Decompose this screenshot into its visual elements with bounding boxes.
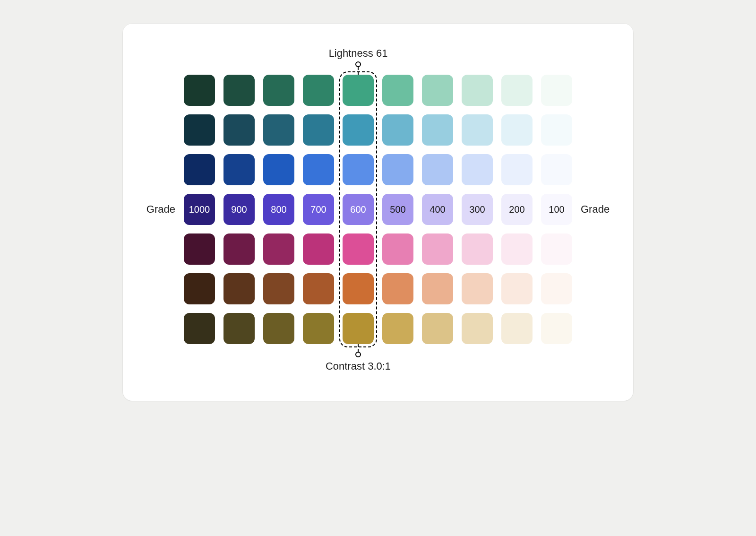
swatch-blue-100 (541, 154, 572, 185)
swatch-brown-orange-700 (303, 273, 334, 304)
contrast-label: Contrast 3.0:1 (326, 360, 391, 372)
swatch-magenta-1000 (184, 233, 215, 265)
swatch-green-200 (501, 75, 533, 106)
swatch-olive-yellow-200 (501, 313, 533, 344)
swatch-indigo-1000: 1000 (184, 194, 215, 225)
swatch-green-600 (343, 75, 374, 106)
palette-card: Lightness 61 Grade 100090080070060050040… (123, 24, 633, 401)
swatch-olive-yellow-700 (303, 313, 334, 344)
swatch-indigo-300: 300 (462, 194, 493, 225)
swatch-indigo-700: 700 (303, 194, 334, 225)
grade-label-left: Grade (146, 203, 175, 216)
swatch-magenta-900 (223, 233, 255, 265)
swatch-green-900 (223, 75, 255, 106)
swatch-magenta-600 (343, 233, 374, 265)
swatch-green-100 (541, 75, 572, 106)
annotation-dot (355, 352, 361, 357)
swatch-magenta-300 (462, 233, 493, 265)
swatch-blue-400 (422, 154, 453, 185)
swatch-teal-blue-1000 (184, 114, 215, 146)
swatch-blue-600 (343, 154, 374, 185)
swatch-green-1000 (184, 75, 215, 106)
annotation-stem (358, 344, 359, 352)
swatch-indigo-900: 900 (223, 194, 255, 225)
swatch-olive-yellow-600 (343, 313, 374, 344)
swatch-green-700 (303, 75, 334, 106)
swatch-indigo-600: 600 (343, 194, 374, 225)
swatch-olive-yellow-500 (382, 313, 413, 344)
swatch-olive-yellow-400 (422, 313, 453, 344)
swatch-teal-blue-400 (422, 114, 453, 146)
swatch-green-500 (382, 75, 413, 106)
swatch-magenta-100 (541, 233, 572, 265)
swatch-brown-orange-600 (343, 273, 374, 304)
annotation-dot (355, 61, 361, 67)
swatch-brown-orange-1000 (184, 273, 215, 304)
palette-grid: 1000900800700600500400300200100 (184, 75, 572, 344)
swatch-olive-yellow-900 (223, 313, 255, 344)
swatch-indigo-200: 200 (501, 194, 533, 225)
swatch-magenta-400 (422, 233, 453, 265)
swatch-blue-800 (263, 154, 294, 185)
swatch-teal-blue-300 (462, 114, 493, 146)
swatch-olive-yellow-800 (263, 313, 294, 344)
swatch-brown-orange-100 (541, 273, 572, 304)
swatch-blue-900 (223, 154, 255, 185)
swatch-brown-orange-200 (501, 273, 533, 304)
swatch-brown-orange-300 (462, 273, 493, 304)
swatch-teal-blue-600 (343, 114, 374, 146)
swatch-magenta-700 (303, 233, 334, 265)
grade-label-right: Grade (581, 203, 610, 216)
swatch-magenta-800 (263, 233, 294, 265)
swatch-teal-blue-700 (303, 114, 334, 146)
swatch-indigo-500: 500 (382, 194, 413, 225)
swatch-teal-blue-800 (263, 114, 294, 146)
swatch-brown-orange-500 (382, 273, 413, 304)
swatch-olive-yellow-300 (462, 313, 493, 344)
swatch-blue-1000 (184, 154, 215, 185)
swatch-green-300 (462, 75, 493, 106)
swatch-blue-200 (501, 154, 533, 185)
swatch-olive-yellow-100 (541, 313, 572, 344)
annotation-stem (358, 67, 359, 75)
swatch-indigo-100: 100 (541, 194, 572, 225)
swatch-teal-blue-500 (382, 114, 413, 146)
swatch-brown-orange-400 (422, 273, 453, 304)
swatch-brown-orange-900 (223, 273, 255, 304)
swatch-magenta-500 (382, 233, 413, 265)
lightness-label: Lightness 61 (329, 47, 388, 60)
swatch-indigo-400: 400 (422, 194, 453, 225)
swatch-blue-500 (382, 154, 413, 185)
swatch-green-800 (263, 75, 294, 106)
swatch-blue-300 (462, 154, 493, 185)
swatch-green-400 (422, 75, 453, 106)
swatch-olive-yellow-1000 (184, 313, 215, 344)
swatch-teal-blue-900 (223, 114, 255, 146)
swatch-teal-blue-200 (501, 114, 533, 146)
swatch-brown-orange-800 (263, 273, 294, 304)
swatch-indigo-800: 800 (263, 194, 294, 225)
swatch-magenta-200 (501, 233, 533, 265)
swatch-blue-700 (303, 154, 334, 185)
swatch-teal-blue-100 (541, 114, 572, 146)
